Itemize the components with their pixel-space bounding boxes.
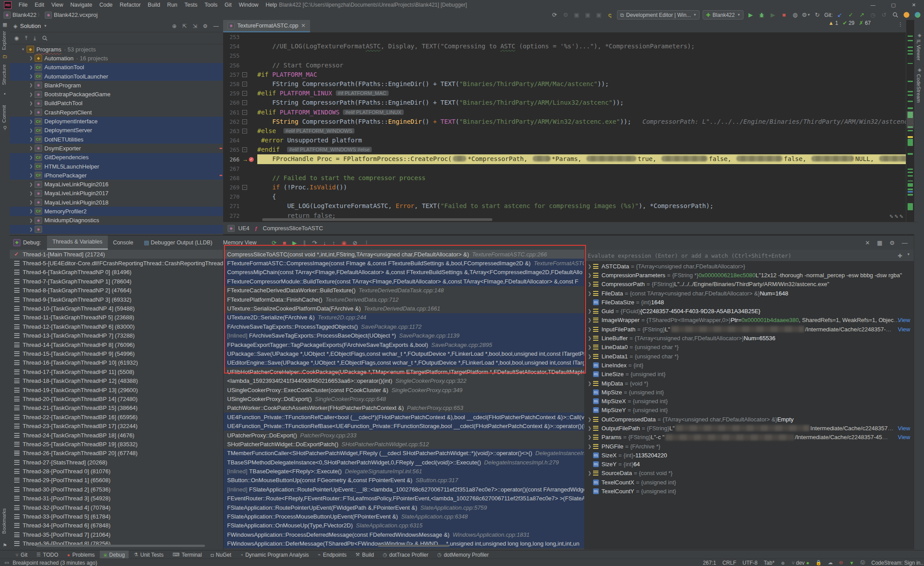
watch-row[interactable]: ❯CompressionParameters={FString *} 0x000… bbox=[584, 271, 914, 279]
watch-row[interactable]: ❯LineData1={unsigned char *} bbox=[584, 352, 914, 361]
stack-frame[interactable]: FTextureCompressorModule::BuildTexture(c… bbox=[224, 277, 584, 286]
thread-row[interactable]: Thread-5-[UE4Editor-Core.dll!FCrashRepor… bbox=[10, 259, 223, 267]
fold-icon[interactable]: – bbox=[242, 129, 247, 134]
editor-vscrollbar[interactable] bbox=[907, 111, 914, 129]
stack-frame[interactable]: TMemberFunctionCaller<SHotPatcherPatchWi… bbox=[224, 449, 584, 458]
stack-frame[interactable]: UFlibHotPatcherCoreHelper::CookPackage(U… bbox=[224, 367, 584, 376]
thread-row[interactable]: Thread-7-[TaskGraphThreadNP 1] (78604) bbox=[10, 277, 223, 286]
encoding[interactable]: UTF-8 bbox=[743, 560, 758, 566]
profiler-menu-icon[interactable]: ⚙▼ bbox=[802, 11, 810, 19]
line-ending[interactable]: CRLF bbox=[722, 560, 736, 566]
git-update-icon[interactable]: ↙ bbox=[836, 11, 844, 19]
chevron-icon[interactable]: ❯ bbox=[28, 227, 34, 232]
stripe-mark[interactable] bbox=[908, 81, 913, 82]
rerun-icon[interactable]: ⟳ bbox=[271, 240, 276, 246]
chevron-icon[interactable]: ❯ bbox=[28, 182, 34, 187]
stripe-tab-explorer[interactable]: Explorer bbox=[1, 31, 7, 50]
structure-icon[interactable]: ▪ bbox=[2, 91, 8, 97]
tree-item[interactable]: ❯⧺DsymExporter bbox=[10, 144, 223, 153]
stack-frame[interactable]: SButton::OnMouseButtonUp(const FGeometry… bbox=[224, 476, 584, 485]
tree-item[interactable]: ❯C#DeploymentInterface bbox=[10, 117, 223, 126]
stack-frame[interactable]: FTextureCacheDerivedDataWorker::BuildTex… bbox=[224, 286, 584, 295]
more-options-icon[interactable]: ⋮ bbox=[364, 240, 370, 246]
menu-tests[interactable]: Tests bbox=[181, 0, 201, 10]
thread-row[interactable]: Thread-32-[PoolThread 4] (70784) bbox=[10, 503, 223, 512]
coverage-icon[interactable]: ◍ bbox=[791, 11, 799, 19]
code-line[interactable]: 264 #error Unsupported platform bbox=[223, 136, 906, 145]
watch-row[interactable]: 01MipSizeY={unsigned int} bbox=[584, 406, 914, 415]
stack-frame[interactable]: SHotPatcherPatchWidget::DoExportPatch()S… bbox=[224, 440, 584, 448]
code-line[interactable]: 270 { bbox=[223, 192, 906, 201]
stack-frame[interactable]: USingleCookerProxy::DoExport()SingleCook… bbox=[224, 394, 584, 403]
fold-icon[interactable]: – bbox=[242, 110, 247, 115]
inspection-widget[interactable]: ▲ 1 ✔ 29 ✗ 67 bbox=[829, 20, 871, 26]
tool-window-button-dotmemory-profiler[interactable]: ◷dotMemory Profiler bbox=[433, 550, 493, 559]
code-line[interactable]: 256 // Start Compressor bbox=[223, 61, 906, 70]
tree-item[interactable]: ❯⧺MayaLiveLinkPlugin2017 bbox=[10, 189, 223, 198]
view-link[interactable]: View bbox=[898, 317, 910, 323]
chevron-icon[interactable]: ❯ bbox=[28, 56, 34, 60]
expand-all-icon[interactable]: ⇱ bbox=[182, 23, 187, 29]
menu-navigate[interactable]: Navigate bbox=[67, 0, 96, 10]
thread-row[interactable]: Thread-23-[TaskGraphThreadBP 17] (32244) bbox=[10, 421, 223, 430]
stripe-tab-bookmarks[interactable]: Bookmarks bbox=[1, 508, 7, 534]
editor-hscrollbar[interactable] bbox=[262, 218, 492, 221]
stripe-tab-structure[interactable]: Structure bbox=[1, 64, 7, 85]
fold-icon[interactable]: – bbox=[242, 72, 247, 77]
device-icon[interactable]: ▣ bbox=[573, 11, 581, 19]
profiler-icon[interactable]: 𝛓 bbox=[606, 11, 614, 19]
stop-button[interactable]: ■ bbox=[780, 11, 788, 19]
watch-row[interactable]: 01LineIndex={int} bbox=[584, 361, 914, 369]
step-out-icon[interactable]: ↑ bbox=[332, 240, 335, 246]
locate-icon[interactable]: ⊕ bbox=[172, 23, 177, 29]
code-line[interactable]: 265–#endif #elif PLATFORM_WINDOWS #else bbox=[223, 145, 906, 154]
thread-row[interactable]: Thread-13-[TaskGraphThreadHP 7] (73288) bbox=[10, 331, 223, 340]
il-viewer-icon[interactable]: ◈ bbox=[916, 32, 923, 39]
debug-tab-memory-view[interactable]: Memory View bbox=[218, 236, 262, 250]
stripe-mark[interactable] bbox=[908, 94, 913, 96]
chevron-down-icon[interactable]: ▼ bbox=[43, 24, 47, 28]
layout-icon[interactable]: ▦ bbox=[877, 240, 882, 246]
mute-breakpoints-icon[interactable]: ⊘ bbox=[353, 240, 358, 246]
code-line[interactable]: 263–#else #elif PLATFORM_WINDOWS bbox=[223, 126, 906, 136]
view-link[interactable]: View bbox=[898, 434, 910, 440]
thread-row[interactable]: Thread-6-[TaskGraphThreadNP 0] (81496) bbox=[10, 268, 223, 277]
stack-frame[interactable]: UE4Function_Private::TFunctionRefCaller<… bbox=[224, 413, 584, 421]
thread-row[interactable]: Thread-18-[TaskGraphThreadHP 12] (48388) bbox=[10, 376, 223, 385]
stack-frame[interactable]: <lambda_15923934f241f344063f450216653aa6… bbox=[224, 376, 584, 385]
stripe-mark[interactable] bbox=[908, 107, 913, 109]
code-line[interactable]: 259–#elif PLATFORM_LINUX#if PLATFORM_MAC bbox=[223, 89, 906, 98]
stack-frame[interactable]: FTexturePlatformData::FinishCache()Textu… bbox=[224, 295, 584, 304]
thread-row[interactable]: Thread-22-[TaskGraphThreadBP 16] (65956) bbox=[10, 413, 223, 421]
breadcrumb-project[interactable]: Blank422 bbox=[12, 12, 36, 18]
watch-row[interactable]: ❯SourceData={const void *} bbox=[584, 469, 914, 478]
tree-item[interactable]: ❯◈Automation· 16 projects bbox=[10, 54, 223, 63]
stripe-mark[interactable] bbox=[908, 91, 913, 92]
tree-item[interactable]: ❯⧺CrashReportClient bbox=[10, 108, 223, 117]
watch-row[interactable]: 01MipSize={unsigned int} bbox=[584, 388, 914, 397]
stack-frame[interactable]: UTexture::SerializeCookedPlatformData(FA… bbox=[224, 304, 584, 313]
breadcrumb-module[interactable]: UE4 bbox=[238, 225, 249, 232]
chevron-right-icon[interactable]: ❯ bbox=[588, 345, 593, 350]
chevron-icon[interactable]: ❯ bbox=[28, 92, 34, 97]
gear-icon[interactable]: ⚙ bbox=[203, 23, 208, 29]
code-line[interactable]: 255 bbox=[223, 51, 906, 60]
code-line[interactable]: 257–#if PLATFORM_MAC bbox=[223, 70, 906, 79]
code-line[interactable]: 268 // Failed to start the compressor pr… bbox=[223, 173, 906, 183]
fold-icon[interactable]: – bbox=[242, 100, 247, 105]
stack-frame[interactable]: UEditorEngine::Save(UPackage *,UObject *… bbox=[224, 358, 584, 367]
stack-frame[interactable]: UTexture2D::Serialize(FArchive &)Texture… bbox=[224, 313, 584, 322]
bookmark-icon[interactable]: ⚑ bbox=[2, 542, 8, 549]
stripe-mark[interactable] bbox=[908, 63, 913, 64]
stack-frame[interactable]: FSlateApplication::ProcessMouseButtonUpE… bbox=[224, 512, 584, 521]
tree-item[interactable]: ❯C#DeploymentServer bbox=[10, 126, 223, 135]
thread-row[interactable]: Thread-35-[PoolThread 7] (21064) bbox=[10, 530, 223, 539]
maximize-button[interactable]: ▢ bbox=[883, 0, 904, 10]
stack-frame[interactable]: UE4Function_Private::TFunctionRefBase<UE… bbox=[224, 421, 584, 430]
code-line[interactable]: 260– FString CompressorPath(FPaths::Engi… bbox=[223, 98, 906, 107]
device-icon[interactable]: ▣ bbox=[584, 11, 592, 19]
search-icon[interactable] bbox=[42, 35, 47, 41]
inspections-widget-icon[interactable]: 🜨 bbox=[781, 560, 786, 566]
tree-item[interactable]: ❯C#iPhonePackager bbox=[10, 171, 223, 180]
view-link[interactable]: View bbox=[898, 326, 910, 333]
